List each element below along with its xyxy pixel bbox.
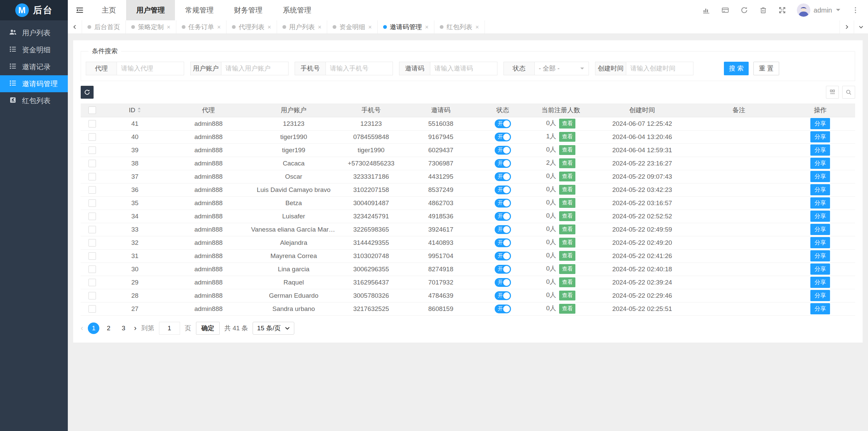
row-checkbox[interactable] bbox=[88, 199, 96, 207]
share-button[interactable]: 分享 bbox=[810, 131, 830, 142]
goto-page-input[interactable] bbox=[159, 322, 180, 335]
tab[interactable]: 邀请码管理 bbox=[378, 20, 435, 34]
tab-close-icon[interactable] bbox=[268, 24, 271, 30]
row-checkbox[interactable] bbox=[88, 173, 96, 180]
status-toggle[interactable]: 开 bbox=[495, 172, 511, 181]
view-button[interactable]: 查看 bbox=[559, 158, 575, 168]
reset-button[interactable]: 重 置 bbox=[753, 62, 779, 75]
trash-icon[interactable] bbox=[759, 6, 768, 15]
view-button[interactable]: 查看 bbox=[559, 291, 575, 300]
tab-close-icon[interactable] bbox=[318, 24, 322, 30]
columns-filter-icon[interactable] bbox=[826, 86, 839, 99]
view-button[interactable]: 查看 bbox=[559, 198, 575, 208]
chart-icon[interactable] bbox=[702, 6, 711, 15]
tab[interactable]: 代理列表 bbox=[226, 20, 277, 34]
page-number[interactable]: 2 bbox=[103, 322, 114, 334]
per-page-select[interactable]: 15 条/页 bbox=[253, 322, 294, 335]
prev-page-icon[interactable]: ‹ bbox=[81, 324, 83, 333]
tab-close-icon[interactable] bbox=[217, 24, 221, 30]
nav-item[interactable]: 系统管理 bbox=[273, 0, 321, 20]
tab-close-icon[interactable] bbox=[368, 24, 372, 30]
card-icon[interactable] bbox=[721, 6, 730, 15]
status-toggle[interactable]: 开 bbox=[495, 212, 511, 221]
share-button[interactable]: 分享 bbox=[810, 197, 830, 209]
sidebar-item[interactable]: 红包列表 bbox=[0, 92, 68, 109]
view-button[interactable]: 查看 bbox=[559, 238, 575, 248]
sidebar-item[interactable]: 邀请记录 bbox=[0, 58, 68, 75]
status-toggle[interactable]: 开 bbox=[495, 305, 511, 313]
search-toggle-icon[interactable] bbox=[842, 86, 855, 99]
view-button[interactable]: 查看 bbox=[559, 132, 575, 142]
status-toggle[interactable]: 开 bbox=[495, 119, 511, 128]
page-number[interactable]: 3 bbox=[118, 322, 129, 334]
view-button[interactable]: 查看 bbox=[559, 304, 575, 314]
tabs-scroll-right-icon[interactable] bbox=[840, 20, 854, 34]
share-button[interactable]: 分享 bbox=[810, 237, 830, 248]
share-button[interactable]: 分享 bbox=[810, 303, 830, 314]
collapse-sidebar-icon[interactable] bbox=[68, 0, 92, 20]
share-button[interactable]: 分享 bbox=[810, 184, 830, 195]
user-menu[interactable]: admin bbox=[797, 3, 841, 17]
field-input[interactable] bbox=[221, 62, 289, 75]
status-toggle[interactable]: 开 bbox=[495, 159, 511, 168]
row-checkbox[interactable] bbox=[88, 120, 96, 128]
view-button[interactable]: 查看 bbox=[559, 251, 575, 261]
view-button[interactable]: 查看 bbox=[559, 211, 575, 221]
tab[interactable]: 后台首页 bbox=[82, 20, 126, 34]
status-toggle[interactable]: 开 bbox=[495, 291, 511, 300]
tab[interactable]: 资金明细 bbox=[327, 20, 378, 34]
view-button[interactable]: 查看 bbox=[559, 172, 575, 181]
table-refresh-button[interactable] bbox=[81, 86, 94, 99]
search-button[interactable]: 搜 索 bbox=[724, 62, 749, 75]
tab[interactable]: 策略定制 bbox=[126, 20, 176, 34]
nav-item[interactable]: 财务管理 bbox=[224, 0, 273, 20]
view-button[interactable]: 查看 bbox=[559, 119, 575, 129]
share-button[interactable]: 分享 bbox=[810, 263, 830, 275]
time-input[interactable] bbox=[626, 62, 693, 75]
row-checkbox[interactable] bbox=[88, 292, 96, 299]
row-checkbox[interactable] bbox=[88, 213, 96, 220]
sidebar-item[interactable]: 资金明细 bbox=[0, 41, 68, 58]
share-button[interactable]: 分享 bbox=[810, 250, 830, 261]
status-toggle[interactable]: 开 bbox=[495, 278, 511, 287]
tab[interactable]: 任务订单 bbox=[176, 20, 227, 34]
status-toggle[interactable]: 开 bbox=[495, 199, 511, 208]
share-button[interactable]: 分享 bbox=[810, 211, 830, 222]
status-toggle[interactable]: 开 bbox=[495, 133, 511, 141]
tab-close-icon[interactable] bbox=[167, 24, 171, 30]
share-button[interactable]: 分享 bbox=[810, 158, 830, 169]
nav-item[interactable]: 常规管理 bbox=[175, 0, 224, 20]
row-checkbox[interactable] bbox=[88, 160, 96, 167]
row-checkbox[interactable] bbox=[88, 226, 96, 233]
confirm-page-button[interactable]: 确定 bbox=[196, 322, 220, 335]
view-button[interactable]: 查看 bbox=[559, 277, 575, 287]
row-checkbox[interactable] bbox=[88, 146, 96, 154]
view-button[interactable]: 查看 bbox=[559, 264, 575, 274]
tab-close-icon[interactable] bbox=[475, 24, 479, 30]
field-input[interactable] bbox=[430, 62, 497, 75]
row-checkbox[interactable] bbox=[88, 186, 96, 194]
view-button[interactable]: 查看 bbox=[559, 145, 575, 155]
sidebar-item[interactable]: 邀请码管理 bbox=[0, 75, 68, 92]
nav-item[interactable]: 用户管理 bbox=[126, 0, 175, 20]
status-toggle[interactable]: 开 bbox=[495, 146, 511, 155]
tab[interactable]: 用户列表 bbox=[277, 20, 328, 34]
status-select[interactable]: - 全部 - bbox=[535, 62, 589, 75]
fullscreen-icon[interactable] bbox=[778, 6, 787, 15]
tab-close-icon[interactable] bbox=[425, 24, 429, 30]
row-checkbox[interactable] bbox=[88, 133, 96, 141]
share-button[interactable]: 分享 bbox=[810, 224, 830, 235]
status-toggle[interactable]: 开 bbox=[495, 185, 511, 194]
tab[interactable]: 红包列表 bbox=[434, 20, 485, 34]
field-input[interactable] bbox=[326, 62, 393, 75]
more-dots-icon[interactable] bbox=[851, 6, 860, 15]
status-toggle[interactable]: 开 bbox=[495, 252, 511, 260]
sidebar-item[interactable]: 用户列表 bbox=[0, 24, 68, 41]
row-checkbox[interactable] bbox=[88, 305, 96, 313]
page-number[interactable]: 1 bbox=[88, 322, 99, 334]
share-button[interactable]: 分享 bbox=[810, 144, 830, 156]
refresh-icon[interactable] bbox=[740, 6, 749, 15]
row-checkbox[interactable] bbox=[88, 239, 96, 247]
id-sort-header[interactable]: ID bbox=[129, 106, 141, 114]
share-button[interactable]: 分享 bbox=[810, 171, 830, 182]
